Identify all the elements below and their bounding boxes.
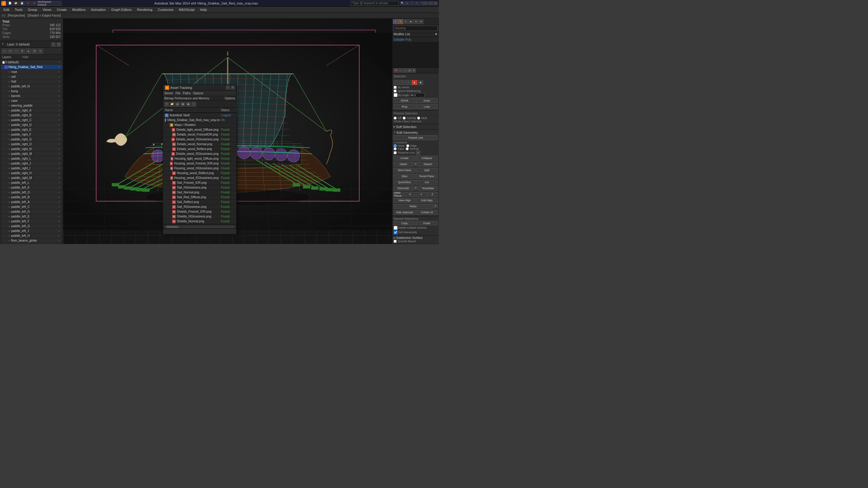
- layer-item[interactable]: ▸paddle_left_J≡: [1, 229, 62, 233]
- layer-item[interactable]: ▸paddle_left_L≡: [1, 181, 62, 185]
- layer-item[interactable]: ▸paddle_right_F≡: [1, 132, 62, 137]
- layer-item[interactable]: ▸paddle_right_A≡: [1, 108, 62, 113]
- layer-vis-icon[interactable]: ≡: [57, 66, 61, 68]
- layer-vis-icon[interactable]: ≡: [57, 104, 61, 107]
- config-btn[interactable]: ⚙: [412, 68, 416, 73]
- layer-item[interactable]: ▸paddle_left_N≡: [1, 84, 62, 89]
- layer-item[interactable]: ▸sail≡: [1, 74, 62, 79]
- layer-item[interactable]: ▸paddle_right_I≡: [1, 166, 62, 171]
- layer-item[interactable]: ▸floor_beams_girder≡: [1, 238, 62, 243]
- layer-vis-icon[interactable]: ≡: [57, 215, 61, 218]
- edit-geo-arrow[interactable]: ▼: [394, 131, 396, 134]
- ring-btn[interactable]: Ring: [394, 104, 415, 109]
- layer-vis-icon[interactable]: ≡: [57, 90, 61, 93]
- asset-menu-server[interactable]: Server: [164, 92, 173, 95]
- layer-vis-icon[interactable]: ≡: [57, 176, 61, 179]
- make-unique-btn[interactable]: ◇: [403, 68, 407, 73]
- asset-row[interactable]: 🖼Details_wood_FresnelIOR.pngFound: [163, 132, 236, 137]
- menu-item-animation[interactable]: Animation: [89, 7, 108, 12]
- asset-row[interactable]: 🖼Sail_Red_Diffuse.pngFound: [163, 195, 236, 200]
- layer-vis-icon[interactable]: ≡: [57, 109, 61, 112]
- menu-item-edit[interactable]: Edit: [1, 7, 12, 12]
- layer-vis-icon[interactable]: ≡: [57, 186, 61, 189]
- asset-row[interactable]: 🖼Housing_light_wood_Diffuse.pngFound: [163, 156, 236, 161]
- motion-tab[interactable]: ▶: [408, 19, 413, 24]
- preserve-uvs-checkbox[interactable]: [394, 151, 397, 154]
- layers-close-btn[interactable]: ✕: [57, 42, 61, 47]
- menu-item-tools[interactable]: Tools: [12, 7, 25, 12]
- asset-row[interactable]: 🖼Details_wood_Normal.pngFound: [163, 142, 236, 147]
- asset-row[interactable]: VAutodesk VaultLogged: [163, 113, 236, 118]
- search-opt3[interactable]: ≡: [415, 1, 419, 5]
- layer-vis-icon[interactable]: ≡: [57, 61, 61, 64]
- layers-settings-btn[interactable]: ⚙: [32, 48, 37, 54]
- angle-input[interactable]: [410, 93, 425, 97]
- workspace-selector[interactable]: Workspace: Default: [37, 1, 61, 6]
- off-radio[interactable]: [394, 117, 397, 120]
- layer-vis-icon[interactable]: ≡: [57, 205, 61, 208]
- layer-item[interactable]: ▸paddle_left_G≡: [1, 224, 62, 229]
- layer-vis-icon[interactable]: ≡: [57, 172, 61, 174]
- utilities-tab[interactable]: ⚒: [418, 19, 424, 24]
- layer-item[interactable]: ▸paddle_left_O≡: [1, 190, 62, 195]
- asset-row[interactable]: 🖼Shields_Fresnel_IOR.pngFound: [163, 209, 236, 214]
- msmooth-btn[interactable]: MSmooth: [394, 186, 413, 191]
- asset-menu-options[interactable]: Options: [193, 92, 203, 95]
- layer-vis-icon[interactable]: ≡: [57, 138, 61, 141]
- bitmap-perf-label[interactable]: Bitmap Performance and Memory: [164, 97, 210, 100]
- layers-expand-btn[interactable]: ▼: [20, 48, 25, 54]
- asset-view-toggle2[interactable]: ▦: [181, 102, 185, 107]
- layer-vis-icon[interactable]: ≡: [57, 167, 61, 170]
- layer-item[interactable]: ▸paddle_left_D≡: [1, 209, 62, 214]
- split-btn[interactable]: Split: [416, 168, 438, 173]
- face-mode-btn[interactable]: ▲: [412, 80, 417, 85]
- x-btn[interactable]: X: [405, 192, 415, 197]
- modifier-list-dropdown[interactable]: Modifier List ▼: [393, 32, 439, 37]
- hide-selected-btn[interactable]: Hide Selected: [394, 210, 415, 215]
- layer-vis-icon[interactable]: ≡: [57, 230, 61, 232]
- relax-btn[interactable]: Relax: [394, 204, 433, 209]
- layer-item[interactable]: ▸paddle_left_H≡: [1, 233, 62, 238]
- layer-vis-icon[interactable]: ≡: [57, 128, 61, 131]
- normal-radio[interactable]: [406, 147, 409, 150]
- asset-row[interactable]: 🖼Housing_wood_Fresnel_IOR.pngFound: [163, 161, 236, 166]
- relax-settings[interactable]: ⚙: [433, 204, 438, 208]
- layer-vis-icon[interactable]: ≡: [57, 162, 61, 165]
- menu-item-rendering[interactable]: Rendering: [135, 7, 155, 12]
- layer-item[interactable]: Viking_Drakkar_Sail_Red≡: [1, 65, 62, 70]
- layer-item[interactable]: ▸paddle_right_M≡: [1, 152, 62, 156]
- layer-item[interactable]: ▸paddle_right_J≡: [1, 161, 62, 166]
- layers-help-btn[interactable]: ?: [51, 42, 56, 47]
- layer-vis-icon[interactable]: ≡: [57, 196, 61, 198]
- repeat-last-btn[interactable]: Repeat Last: [394, 135, 438, 140]
- z-btn[interactable]: Z: [427, 192, 438, 197]
- msmooth-settings[interactable]: ⚙: [413, 186, 418, 190]
- search-input[interactable]: [351, 1, 399, 6]
- asset-row[interactable]: 🖼Details_wood_Reflect.pngFound: [163, 147, 236, 152]
- hierarchy-tab[interactable]: H: [403, 19, 408, 24]
- layer-item[interactable]: ▸paddle_right_N≡: [1, 147, 62, 152]
- layer-vis-icon[interactable]: ≡: [57, 201, 61, 203]
- layer-item[interactable]: ▸case≡: [1, 98, 62, 103]
- viewport-shading-btn[interactable]: [Shaded + Edged Faces]: [27, 14, 61, 17]
- asset-row[interactable]: 🖼Shields_HGlossiness.pngFound: [163, 214, 236, 219]
- new-btn[interactable]: 📄: [7, 1, 13, 6]
- search-opt1[interactable]: A: [405, 1, 409, 5]
- grid-align-btn[interactable]: Grid Align: [416, 198, 438, 203]
- asset-row[interactable]: 🖼Shields_Normal.pngFound: [163, 219, 236, 224]
- layers-opt-btn[interactable]: ≡: [38, 48, 43, 54]
- quickslice-btn[interactable]: QuickSlice: [394, 180, 415, 185]
- layer-vis-icon[interactable]: ≡: [57, 234, 61, 237]
- layer-vis-icon[interactable]: ≡: [57, 119, 61, 121]
- asset-close-btn[interactable]: ✕: [231, 86, 235, 90]
- smooth-result-checkbox[interactable]: [394, 240, 397, 243]
- ignore-backfacing-checkbox[interactable]: [394, 90, 397, 93]
- subobj-radio[interactable]: [403, 117, 406, 120]
- detach-btn[interactable]: Detach: [418, 162, 438, 167]
- multi-radio[interactable]: [417, 117, 420, 120]
- asset-row[interactable]: 🖼Sail_HGlossiness.pngFound: [163, 185, 236, 190]
- grow-btn[interactable]: Grow: [416, 98, 438, 103]
- modifier-search-input[interactable]: [394, 26, 438, 31]
- menu-item-group[interactable]: Group: [26, 7, 40, 12]
- minimize-btn[interactable]: ─: [424, 1, 428, 5]
